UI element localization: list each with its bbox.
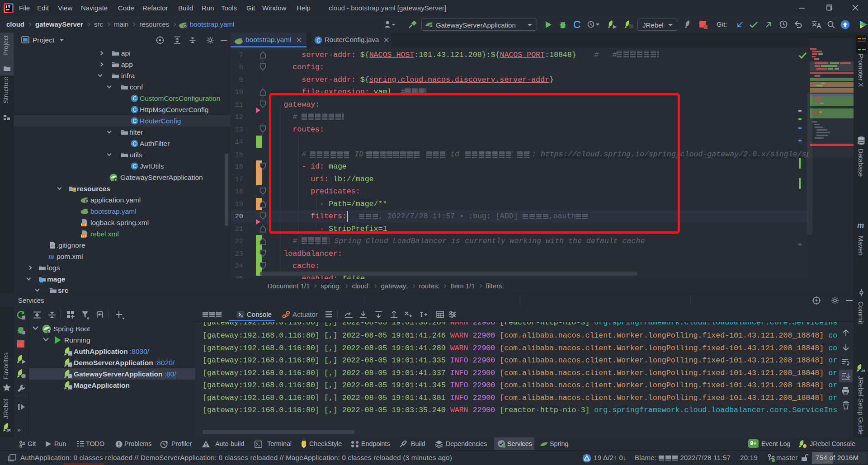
svg-text:JR: JR	[861, 369, 865, 373]
svg-text:m: m	[48, 253, 54, 260]
svg-text:C: C	[133, 141, 137, 147]
svg-text:JR: JR	[6, 428, 11, 432]
svg-text:C: C	[133, 118, 137, 124]
svg-text:C: C	[316, 38, 321, 44]
svg-text:C: C	[133, 107, 137, 113]
svg-text:C: C	[133, 95, 137, 102]
svg-text:C: C	[133, 163, 137, 169]
